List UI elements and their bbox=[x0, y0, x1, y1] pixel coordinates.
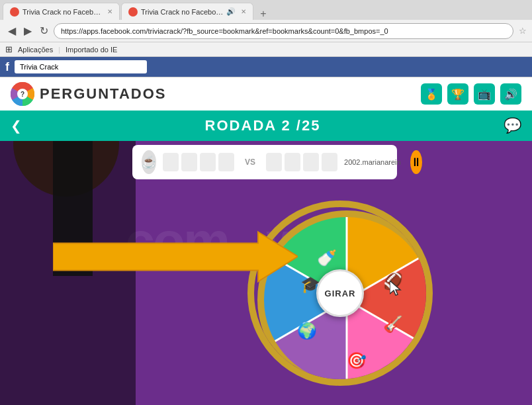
slot-8 bbox=[322, 153, 337, 171]
svg-marker-3 bbox=[53, 232, 298, 281]
slot-6 bbox=[285, 153, 300, 171]
svg-text:?: ? bbox=[21, 91, 24, 98]
facebook-logo: f bbox=[5, 60, 9, 74]
nav-bar: ◀ ▶ ↻ ☆ bbox=[0, 20, 532, 42]
svg-text:🌍: 🌍 bbox=[297, 321, 317, 340]
screen-button[interactable]: 📺 bbox=[474, 83, 495, 105]
tab-favicon-1 bbox=[10, 7, 19, 17]
mouse-cursor bbox=[390, 281, 403, 300]
bookmark-ie[interactable]: Importado do IE bbox=[66, 46, 117, 54]
forward-button[interactable]: ▶ bbox=[21, 23, 34, 38]
pause-icon: ⏸ bbox=[410, 156, 422, 169]
tab-favicon-2 bbox=[128, 7, 138, 17]
round-text: RODADA 2 /25 bbox=[205, 117, 321, 134]
bookmarks-bar: ⊞ Aplicações | Importado do IE bbox=[0, 42, 532, 57]
player2-avatar: ⏸ bbox=[410, 150, 422, 174]
player2-slots bbox=[266, 153, 337, 171]
star-icon: ☆ bbox=[519, 26, 527, 36]
browser-chrome: Trivia Crack no Facebook ✕ Trivia Crack … bbox=[0, 0, 532, 77]
facebook-header: f bbox=[0, 57, 532, 77]
svg-text:🎯: 🎯 bbox=[347, 351, 367, 370]
address-bar[interactable] bbox=[54, 23, 513, 39]
player1-avatar: ☕ bbox=[142, 150, 156, 174]
vs-text: VS bbox=[241, 158, 259, 167]
tab-2[interactable]: Trivia Crack no Facebo… 🔊 ✕ bbox=[121, 3, 253, 20]
spin-button[interactable]: GIRAR bbox=[316, 269, 364, 317]
tab-bar: Trivia Crack no Facebook ✕ Trivia Crack … bbox=[0, 0, 532, 20]
logo-icon: ? bbox=[11, 82, 34, 106]
new-tab-button[interactable]: + bbox=[255, 8, 271, 20]
perguntados-header: ? PERGUNTADOS 🏅 🏆 📺 🔊 bbox=[0, 77, 532, 111]
game-area: com wings ? PERGUNTADOS bbox=[0, 77, 532, 405]
svg-text:🎸: 🎸 bbox=[383, 314, 403, 334]
slot-4 bbox=[218, 153, 234, 171]
player2-name: 2002.marianarein bbox=[344, 158, 401, 166]
bookmark-apps[interactable]: Aplicações bbox=[18, 46, 53, 54]
slot-2 bbox=[181, 153, 197, 171]
round-bar: ❮ RODADA 2 /25 💬 bbox=[0, 111, 532, 141]
player-bar: ☕ VS 2002.marianarein ⏸ bbox=[132, 145, 397, 179]
slot-5 bbox=[266, 153, 282, 171]
tab-label-1: Trivia Crack no Facebook bbox=[22, 8, 102, 16]
arrow-container bbox=[53, 228, 298, 287]
svg-text:🍼: 🍼 bbox=[317, 248, 337, 267]
header-icons: 🏅 🏆 📺 🔊 bbox=[421, 83, 521, 105]
chat-button[interactable]: 💬 bbox=[504, 117, 521, 134]
apps-icon: ⊞ bbox=[5, 44, 13, 54]
tab-label-2: Trivia Crack no Facebo… bbox=[141, 8, 223, 16]
trophy-button[interactable]: 🏆 bbox=[447, 83, 468, 105]
svg-marker-17 bbox=[390, 281, 400, 295]
sound-button[interactable]: 🔊 bbox=[500, 83, 521, 105]
back-button[interactable]: ◀ bbox=[5, 23, 19, 38]
perguntados-logo: ? PERGUNTADOS bbox=[11, 82, 167, 106]
tab-close-1[interactable]: ✕ bbox=[107, 8, 112, 15]
player1-slots bbox=[163, 153, 234, 171]
slot-3 bbox=[200, 153, 216, 171]
cursor-svg bbox=[390, 281, 403, 296]
round-back-button[interactable]: ❮ bbox=[11, 118, 22, 134]
tab-1[interactable]: Trivia Crack no Facebook ✕ bbox=[3, 3, 120, 20]
facebook-search[interactable] bbox=[15, 60, 147, 73]
divider: | bbox=[58, 46, 60, 54]
achievement-button[interactable]: 🏅 bbox=[421, 83, 442, 105]
tab-close-2[interactable]: ✕ bbox=[241, 8, 246, 15]
spin-button-label: GIRAR bbox=[325, 289, 356, 298]
app-title: PERGUNTADOS bbox=[40, 85, 167, 103]
reload-button[interactable]: ↻ bbox=[37, 23, 51, 38]
spin-arrow bbox=[53, 228, 298, 285]
slot-7 bbox=[303, 153, 319, 171]
slot-1 bbox=[163, 153, 179, 171]
